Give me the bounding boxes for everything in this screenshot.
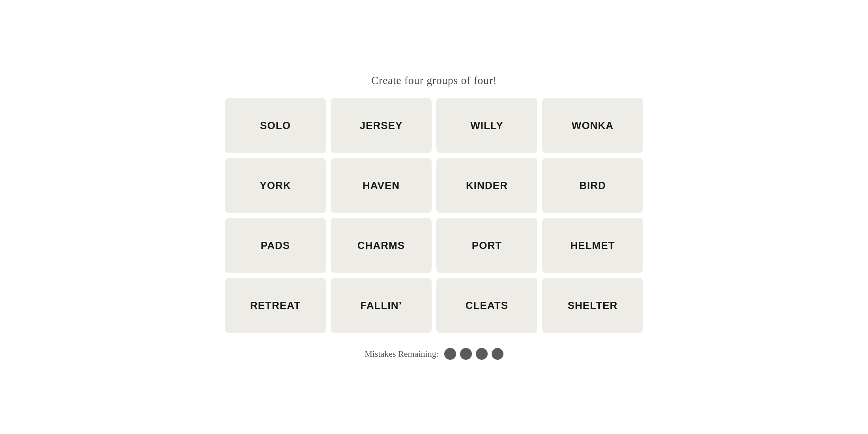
tile-shelter[interactable]: SHELTER [542, 278, 643, 333]
tile-label-kinder: KINDER [466, 180, 508, 192]
tile-haven[interactable]: HAVEN [331, 158, 432, 213]
mistake-dot-4 [492, 348, 503, 360]
tile-jersey[interactable]: JERSEY [331, 98, 432, 153]
tile-label-port: PORT [472, 239, 502, 252]
tile-label-jersey: JERSEY [360, 120, 403, 132]
mistake-dot-1 [444, 348, 456, 360]
tile-cleats[interactable]: CLEATS [436, 278, 537, 333]
tile-label-bird: BIRD [579, 180, 606, 192]
tile-label-willy: WILLY [470, 120, 503, 132]
mistake-dot-3 [476, 348, 488, 360]
tile-label-cleats: CLEATS [466, 299, 508, 312]
tile-port[interactable]: PORT [436, 218, 537, 273]
tile-label-retreat: RETREAT [250, 299, 301, 312]
mistake-dot-2 [460, 348, 472, 360]
tile-retreat[interactable]: RETREAT [225, 278, 326, 333]
tile-wonka[interactable]: WONKA [542, 98, 643, 153]
mistakes-dots [444, 348, 503, 360]
tile-label-pads: PADS [261, 239, 290, 252]
tile-label-shelter: SHELTER [568, 299, 618, 312]
tile-label-fallin: FALLIN’ [360, 299, 402, 312]
subtitle: Create four groups of four! [371, 74, 497, 87]
tile-label-solo: SOLO [260, 120, 291, 132]
tile-pads[interactable]: PADS [225, 218, 326, 273]
tile-fallin[interactable]: FALLIN’ [331, 278, 432, 333]
mistakes-section: Mistakes Remaining: [365, 348, 503, 360]
tile-label-charms: CHARMS [357, 239, 405, 252]
tile-charms[interactable]: CHARMS [331, 218, 432, 273]
tile-label-wonka: WONKA [572, 120, 614, 132]
tile-bird[interactable]: BIRD [542, 158, 643, 213]
tile-label-york: YORK [260, 180, 291, 192]
tile-label-haven: HAVEN [363, 180, 400, 192]
tile-solo[interactable]: SOLO [225, 98, 326, 153]
tile-willy[interactable]: WILLY [436, 98, 537, 153]
tile-york[interactable]: YORK [225, 158, 326, 213]
tile-label-helmet: HELMET [570, 239, 615, 252]
tile-kinder[interactable]: KINDER [436, 158, 537, 213]
game-container: Create four groups of four! SOLOJERSEYWI… [217, 74, 651, 360]
tile-helmet[interactable]: HELMET [542, 218, 643, 273]
tile-grid: SOLOJERSEYWILLYWONKAYORKHAVENKINDERBIRDP… [225, 98, 643, 333]
mistakes-label: Mistakes Remaining: [365, 349, 439, 359]
